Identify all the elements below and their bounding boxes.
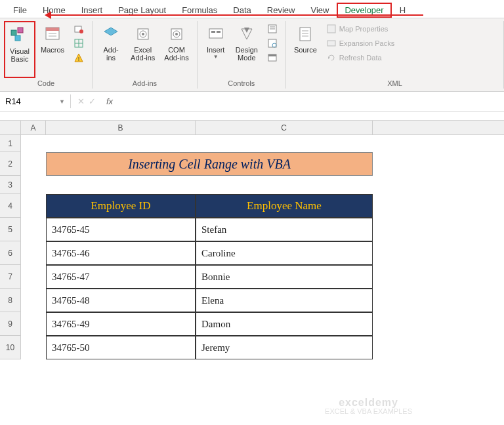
- refresh-data-button[interactable]: Refresh Data: [324, 51, 397, 64]
- cell-B7[interactable]: 34765-47: [46, 265, 196, 289]
- view-code-button[interactable]: [264, 37, 280, 50]
- row-header-6[interactable]: 6: [0, 241, 21, 265]
- name-box-value: R14: [5, 96, 21, 106]
- cell-C7[interactable]: Bonnie: [196, 265, 373, 289]
- cell-C5[interactable]: Stefan: [196, 218, 373, 241]
- cell-C9[interactable]: Damon: [196, 312, 373, 336]
- addins-label: Add- ins: [103, 46, 118, 62]
- svg-rect-21: [209, 29, 222, 38]
- map-props-icon: [326, 24, 337, 34]
- svg-rect-4: [46, 28, 59, 31]
- svg-rect-1: [18, 28, 23, 33]
- row-header-9[interactable]: 9: [0, 312, 21, 336]
- row-header-8[interactable]: 8: [0, 289, 21, 312]
- cancel-icon[interactable]: ✕: [77, 96, 85, 106]
- controls-group-label: Controls: [201, 78, 282, 89]
- ribbon-group-addins: Add- ins Excel Add-ins COM Add-ins Add-i…: [93, 21, 198, 89]
- svg-point-8: [79, 30, 83, 33]
- refresh-icon: [326, 52, 337, 63]
- properties-button[interactable]: [264, 22, 280, 35]
- row-header-10[interactable]: 10: [0, 336, 21, 359]
- svg-rect-23: [217, 31, 220, 33]
- cell-B1[interactable]: [46, 135, 196, 152]
- run-dialog-icon: [267, 52, 278, 63]
- cell-A8[interactable]: [21, 289, 46, 312]
- column-headers: A B C: [0, 121, 504, 135]
- select-all-corner[interactable]: [0, 121, 21, 134]
- xml-group-label: XML: [290, 78, 499, 89]
- cell-C6[interactable]: Caroline: [196, 241, 373, 265]
- expansion-icon: [326, 38, 337, 49]
- grid-icon: [74, 38, 84, 49]
- relative-ref-button[interactable]: [71, 37, 87, 50]
- cell-C3[interactable]: [196, 176, 373, 194]
- svg-rect-38: [327, 41, 335, 46]
- excel-addins-button[interactable]: Excel Add-ins: [127, 21, 159, 78]
- tab-file[interactable]: File: [5, 3, 35, 18]
- cell-A2[interactable]: [21, 152, 46, 176]
- title-cell[interactable]: Inserting Cell Range with VBA: [46, 152, 373, 176]
- run-dialog-button[interactable]: [264, 51, 280, 64]
- design-mode-button[interactable]: Design Mode: [232, 21, 262, 78]
- annotation-arrow: [46, 14, 423, 16]
- row-header-1[interactable]: 1: [0, 135, 21, 152]
- cell-C1[interactable]: [196, 135, 373, 152]
- fx-label[interactable]: fx: [102, 96, 117, 106]
- row-header-4[interactable]: 4: [0, 194, 21, 218]
- ribbon-group-controls: Insert ▼ Design Mode Controls: [198, 21, 286, 89]
- controls-insert-label: Insert: [207, 46, 225, 54]
- cell-A9[interactable]: [21, 312, 46, 336]
- col-header-C[interactable]: C: [196, 121, 373, 134]
- spreadsheet-grid: A B C 1 2 Inserting Cell Range with VBA …: [0, 121, 504, 359]
- addins-group-label: Add-ins: [96, 78, 193, 89]
- com-addins-label: COM Add-ins: [164, 46, 188, 62]
- map-properties-button[interactable]: Map Properties: [324, 22, 397, 35]
- cell-B8[interactable]: 34765-48: [46, 289, 196, 312]
- row-9: 9 34765-49 Damon: [0, 312, 504, 336]
- cell-A10[interactable]: [21, 336, 46, 359]
- controls-small-buttons: [263, 21, 282, 78]
- formula-input[interactable]: [117, 94, 504, 108]
- row-3: 3: [0, 176, 504, 194]
- cell-C10[interactable]: Jeremy: [196, 336, 373, 359]
- visual-basic-button[interactable]: Visual Basic: [4, 21, 35, 78]
- header-employee-id[interactable]: Employee ID: [46, 194, 196, 218]
- cell-B9[interactable]: 34765-49: [46, 312, 196, 336]
- cell-A7[interactable]: [21, 265, 46, 289]
- controls-insert-button[interactable]: Insert ▼: [201, 21, 230, 78]
- enter-icon[interactable]: ✓: [89, 96, 96, 106]
- cell-B3[interactable]: [46, 176, 196, 194]
- macros-button[interactable]: Macros: [37, 21, 68, 78]
- source-label: Source: [294, 46, 317, 54]
- watermark: exceldemy EXCEL & VBA EXAMPLES: [325, 397, 412, 415]
- cell-A3[interactable]: [21, 176, 46, 194]
- cell-A5[interactable]: [21, 218, 46, 241]
- expansion-packs-button[interactable]: Expansion Packs: [324, 37, 397, 50]
- chevron-down-icon[interactable]: ▼: [59, 98, 65, 105]
- view-code-icon: [267, 38, 278, 49]
- row-header-3[interactable]: 3: [0, 176, 21, 194]
- macro-security-button[interactable]: !: [71, 51, 87, 64]
- col-header-A[interactable]: A: [21, 121, 46, 134]
- record-macro-button[interactable]: [71, 22, 87, 35]
- svg-marker-25: [244, 28, 249, 33]
- properties-icon: [267, 24, 278, 34]
- com-addins-button[interactable]: COM Add-ins: [160, 21, 192, 78]
- cell-C8[interactable]: Elena: [196, 289, 373, 312]
- row-header-5[interactable]: 5: [0, 218, 21, 241]
- cell-B5[interactable]: 34765-45: [46, 218, 196, 241]
- name-box[interactable]: R14 ▼: [0, 94, 71, 108]
- cell-B6[interactable]: 34765-46: [46, 241, 196, 265]
- cell-A4[interactable]: [21, 194, 46, 218]
- source-button[interactable]: Source: [290, 21, 321, 78]
- cell-B10[interactable]: 34765-50: [46, 336, 196, 359]
- row-header-7[interactable]: 7: [0, 265, 21, 289]
- svg-rect-22: [211, 31, 215, 33]
- addins-button[interactable]: Add- ins: [96, 21, 125, 78]
- col-header-B[interactable]: B: [46, 121, 196, 134]
- row-header-2[interactable]: 2: [0, 152, 21, 176]
- cell-A6[interactable]: [21, 241, 46, 265]
- header-employee-name[interactable]: Employee Name: [196, 194, 373, 218]
- cell-A1[interactable]: [21, 135, 46, 152]
- row-5: 5 34765-45 Stefan: [0, 218, 504, 241]
